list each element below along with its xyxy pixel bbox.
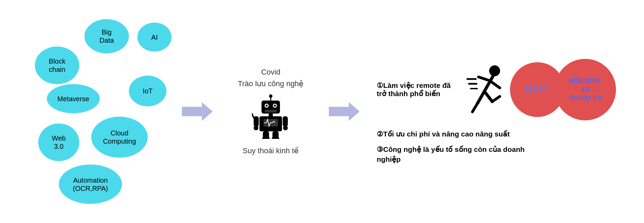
svg-point-1 — [269, 94, 272, 98]
bubble-ai: AI — [137, 23, 172, 52]
svg-point-14 — [254, 126, 258, 130]
cause-economy: Suy thoái kinh tế — [243, 146, 299, 155]
bubble-blockchain: Blockchain — [35, 47, 79, 84]
right-section: ①Làm việc remote đã trở thành phổ biến — [370, 59, 616, 165]
svg-line-30 — [478, 91, 484, 103]
svg-line-31 — [472, 103, 478, 112]
cause-covid: Covid — [261, 68, 280, 77]
svg-point-15 — [283, 126, 288, 130]
svg-point-6 — [274, 105, 276, 107]
svg-rect-9 — [269, 114, 273, 116]
svg-rect-12 — [254, 116, 259, 127]
bubble-iot: IoT — [129, 76, 166, 106]
bubble-metaverse: Metaverse — [47, 84, 100, 113]
running-figure-icon — [466, 64, 510, 115]
arrow-left — [182, 102, 213, 121]
svg-line-29 — [492, 96, 500, 102]
bubble-cloudcomputing: CloudComputing — [91, 117, 148, 158]
robot-icon — [252, 94, 290, 139]
outcome-2: ②Tối ưu chi phí và nâng cao năng suất — [377, 130, 616, 138]
svg-line-24 — [479, 77, 489, 80]
tech-bubbles-section: BigData AI Blockchain IoT Metaverse Web3… — [28, 12, 172, 211]
arrow-right — [329, 102, 360, 121]
svg-line-16 — [252, 114, 254, 118]
outcome-3: ③Công nghệ là yếu tố sống còn của doanhn… — [377, 144, 616, 165]
cause-tech: Trào lưu công nghệ — [238, 79, 304, 88]
svg-rect-13 — [283, 116, 288, 127]
bubble-automation: Automation(OCR,RPA) — [59, 165, 122, 204]
svg-point-5 — [266, 105, 268, 107]
svg-rect-7 — [265, 110, 277, 113]
circle-dx: DX?? — [510, 62, 565, 117]
svg-line-28 — [484, 91, 492, 102]
svg-line-23 — [491, 82, 500, 88]
outcome-1: ①Làm việc remote đã trở thành phổ biến — [377, 81, 459, 98]
svg-point-21 — [489, 65, 500, 76]
bubble-bigdata: BigData — [84, 19, 129, 53]
main-container: BigData AI Blockchain IoT Metaverse Web3… — [14, 5, 630, 218]
bubble-web3: Web3.0 — [38, 123, 79, 161]
